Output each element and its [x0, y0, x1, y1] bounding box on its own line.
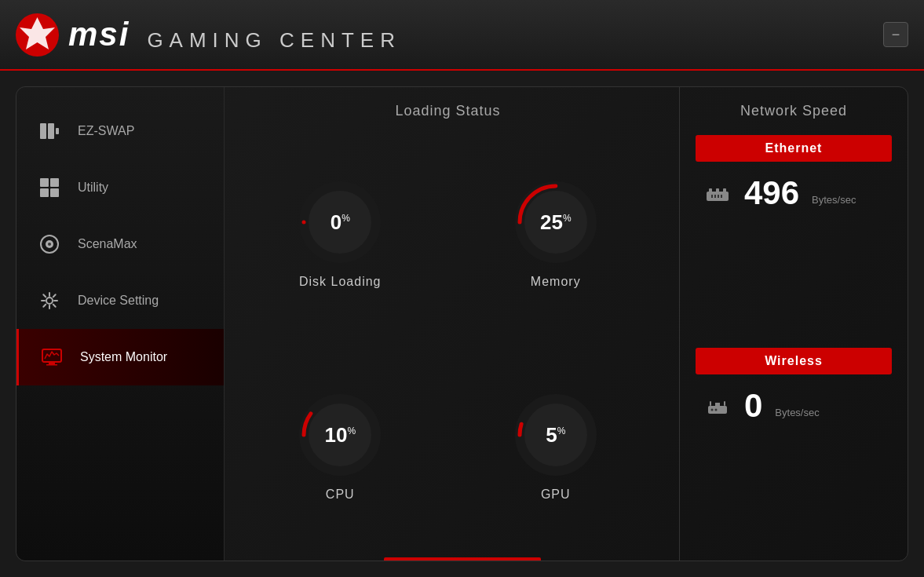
gpu-value: 5%	[546, 422, 565, 447]
sidebar-label-device-setting: Device Setting	[78, 294, 159, 308]
sidebar-label-utility: Utility	[78, 181, 108, 195]
svg-point-38	[711, 409, 714, 411]
disk-gauge-circle: 0%	[297, 179, 383, 265]
ethernet-speed-row: 496 Bytes/sec	[696, 174, 892, 212]
disk-loading-gauge: 0% Disk Loading	[240, 135, 440, 332]
disk-value: 0%	[331, 210, 350, 234]
wireless-unit: Bytes/sec	[775, 407, 819, 418]
svg-rect-40	[710, 401, 711, 406]
ethernet-badge: Ethernet	[696, 135, 892, 162]
cpu-value: 10%	[324, 422, 356, 447]
gpu-label: GPU	[541, 488, 571, 502]
loading-status-section: Loading Status 0% Di	[225, 87, 671, 561]
sidebar-item-scenamax[interactable]: ScenaMax	[16, 216, 224, 272]
system-monitor-icon	[38, 343, 66, 371]
svg-point-39	[715, 409, 718, 411]
utility-icon	[35, 173, 64, 202]
msi-brand-text: msi	[68, 16, 130, 53]
sidebar-item-device-setting[interactable]: Device Setting	[16, 272, 224, 329]
device-setting-icon	[35, 287, 64, 315]
wireless-block: Wireless 0 Bytes/sec	[696, 348, 892, 545]
gpu-gauge: 5% GPU	[456, 348, 656, 545]
gaming-center-text: GAMING CENTER	[147, 28, 401, 53]
svg-rect-6	[50, 178, 59, 187]
memory-gauge: 25% Memory	[456, 135, 656, 332]
cpu-label: CPU	[326, 488, 355, 502]
svg-rect-15	[46, 364, 57, 366]
svg-point-11	[48, 243, 51, 246]
loading-status-title: Loading Status	[240, 103, 656, 119]
gauges-grid: 0% Disk Loading 25%	[240, 135, 656, 545]
svg-rect-34	[718, 195, 719, 198]
minimize-button[interactable]: −	[883, 22, 908, 47]
cpu-gauge-circle: 10%	[297, 392, 383, 478]
memory-label: Memory	[531, 275, 581, 289]
svg-rect-14	[49, 362, 55, 364]
svg-rect-2	[40, 123, 46, 139]
network-speed-section: Network Speed Ethernet 496	[688, 87, 908, 561]
svg-rect-8	[50, 188, 59, 197]
svg-point-12	[46, 298, 53, 304]
sidebar-item-system-monitor[interactable]: System Monitor	[16, 329, 224, 385]
svg-rect-4	[56, 128, 59, 134]
sidebar-item-utility[interactable]: Utility	[16, 159, 224, 216]
header: msi GAMING CENTER −	[0, 0, 924, 71]
disk-label: Disk Loading	[299, 275, 382, 289]
brand-logo: msi GAMING CENTER	[16, 13, 401, 57]
memory-value: 25%	[540, 210, 572, 234]
cpu-gauge: 10% CPU	[240, 348, 440, 545]
msi-dragon-icon	[16, 13, 59, 57]
ethernet-icon	[703, 181, 732, 206]
svg-rect-5	[40, 178, 49, 187]
sidebar-label-scenamax: ScenaMax	[78, 237, 137, 251]
svg-rect-30	[716, 188, 719, 193]
sidebar-item-ez-swap[interactable]: EZ-SWAP	[16, 103, 224, 159]
wireless-badge: Wireless	[696, 348, 892, 374]
svg-rect-35	[721, 195, 722, 198]
svg-rect-7	[40, 188, 49, 197]
sidebar-label-ez-swap: EZ-SWAP	[78, 124, 134, 138]
memory-gauge-circle: 25%	[513, 179, 599, 265]
ethernet-unit: Bytes/sec	[812, 194, 856, 206]
ethernet-value: 496	[744, 174, 799, 212]
content-divider	[679, 87, 680, 561]
svg-rect-3	[48, 123, 54, 139]
svg-rect-32	[711, 195, 713, 198]
svg-rect-29	[709, 188, 712, 193]
wireless-value: 0	[744, 387, 762, 425]
scenamax-icon	[35, 230, 64, 258]
svg-rect-37	[715, 403, 720, 407]
svg-rect-33	[714, 195, 716, 198]
wireless-icon	[703, 393, 732, 418]
svg-rect-41	[724, 401, 725, 406]
gpu-gauge-circle: 5%	[513, 392, 599, 478]
ethernet-block: Ethernet 496 Bytes/sec	[696, 135, 892, 332]
svg-rect-31	[723, 188, 726, 193]
ez-swap-icon	[35, 117, 64, 145]
sidebar-label-system-monitor: System Monitor	[80, 350, 167, 364]
main-container: EZ-SWAP Utility ScenaMax	[16, 86, 908, 561]
wireless-speed-row: 0 Bytes/sec	[696, 387, 892, 425]
sidebar: EZ-SWAP Utility ScenaMax	[16, 87, 225, 561]
network-speed-title: Network Speed	[696, 103, 892, 119]
